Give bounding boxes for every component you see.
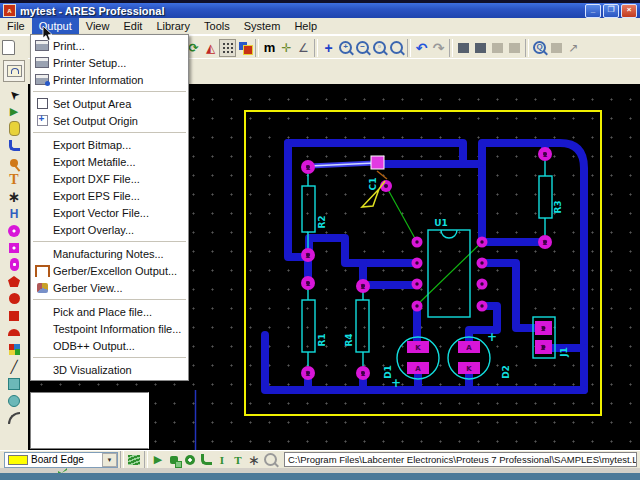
- pan-icon[interactable]: +: [320, 39, 337, 57]
- menu-tools[interactable]: Tools: [197, 18, 237, 34]
- flip-icon[interactable]: ◭: [202, 39, 219, 57]
- close-button[interactable]: ×: [621, 4, 637, 18]
- mouse-cursor: [42, 25, 54, 42]
- layers-icon[interactable]: [236, 39, 253, 57]
- svg-text:2: 2: [361, 283, 366, 291]
- padstack-tool[interactable]: [3, 341, 25, 358]
- gerber-output-icon: [34, 264, 50, 277]
- grid-toggle-icon[interactable]: [219, 39, 236, 57]
- menu-item-gerber-view[interactable]: Gerber View...: [31, 279, 188, 296]
- menu-system[interactable]: System: [237, 18, 288, 34]
- output-origin-icon: [34, 114, 50, 127]
- menu-item-export-eps[interactable]: Export EPS File...: [31, 187, 188, 204]
- mode-toolbar: ➤ ▶ T ∗ H ╱: [0, 58, 29, 450]
- menu-item-gerber-excellon-output[interactable]: Gerber/Excellon Output...: [31, 262, 188, 279]
- ratsnest-tool[interactable]: ∗: [3, 188, 25, 205]
- rect-smt-pad-tool[interactable]: [3, 307, 25, 324]
- svg-text:1: 1: [543, 151, 548, 159]
- undo-icon[interactable]: ↶: [413, 39, 430, 57]
- zoom-out-icon[interactable]: −: [354, 39, 371, 57]
- menu-output[interactable]: Output: [32, 18, 79, 34]
- pcb-label-d2: D2: [501, 365, 511, 379]
- ratsnest-filter-icon[interactable]: ∗: [246, 452, 262, 467]
- menu-item-printer-information[interactable]: Printer Information: [31, 71, 188, 88]
- box-tool[interactable]: [3, 375, 25, 392]
- redo-icon[interactable]: ↷: [430, 39, 447, 57]
- zoom-area-icon[interactable]: ▫: [371, 39, 388, 57]
- dimension-filter-icon[interactable]: I: [214, 452, 230, 467]
- metric-icon[interactable]: m: [261, 39, 278, 57]
- menu-edit[interactable]: Edit: [116, 18, 149, 34]
- menu-item-set-output-area[interactable]: Set Output Area: [31, 95, 188, 112]
- copy-icon[interactable]: [472, 39, 489, 57]
- menu-item-testpoint-information[interactable]: Testpoint Information file...: [31, 320, 188, 337]
- menu-item-export-vector[interactable]: Export Vector File...: [31, 204, 188, 221]
- dil-pad-tool[interactable]: [3, 256, 25, 273]
- menu-separator: [33, 132, 186, 133]
- measure-icon[interactable]: ↗: [565, 39, 582, 57]
- menu-view[interactable]: View: [79, 18, 117, 34]
- via-tool[interactable]: [3, 154, 25, 171]
- menu-item-3d-visualization[interactable]: 3D Visualization: [31, 361, 188, 378]
- ares-window: A mytest - ARES Professional _ ❐ × File …: [0, 0, 640, 480]
- menu-library[interactable]: Library: [149, 18, 197, 34]
- package-filter-icon[interactable]: [166, 452, 182, 467]
- minimize-button[interactable]: _: [585, 4, 601, 18]
- polygon-smt-pad-tool[interactable]: [3, 324, 25, 341]
- pcb-label-r2: R2: [317, 215, 327, 228]
- connectivity-tool[interactable]: H: [3, 205, 25, 222]
- menu-item-export-bitmap[interactable]: Export Bitmap...: [31, 136, 188, 153]
- menu-item-pick-and-place[interactable]: Pick and Place file...: [31, 303, 188, 320]
- new-page-icon[interactable]: [0, 39, 17, 57]
- square-pad-tool[interactable]: [3, 239, 25, 256]
- svg-text:2: 2: [306, 370, 311, 378]
- svg-text:A: A: [466, 344, 472, 352]
- svg-text:1: 1: [306, 164, 311, 172]
- search-tag-icon[interactable]: Q: [531, 39, 548, 57]
- circle-tool[interactable]: [3, 392, 25, 409]
- menu-item-set-output-origin[interactable]: Set Output Origin: [31, 112, 188, 129]
- component-filter-icon[interactable]: ▶: [150, 452, 166, 467]
- package-tool[interactable]: [3, 120, 25, 137]
- circle-smt-pad-tool[interactable]: [3, 290, 25, 307]
- menu-item-print[interactable]: Print...: [31, 37, 188, 54]
- menu-item-printer-setup[interactable]: Printer Setup...: [31, 54, 188, 71]
- icon-gutter: [34, 363, 50, 376]
- menu-item-export-dxf[interactable]: Export DXF File...: [31, 170, 188, 187]
- selected-trace[interactable]: [310, 163, 375, 166]
- component-tool[interactable]: ▶: [3, 103, 25, 120]
- icon-gutter: [34, 339, 50, 352]
- tag-filter-icon: [262, 452, 278, 467]
- cut-icon[interactable]: [455, 39, 472, 57]
- graphics-filter-icon[interactable]: T: [230, 452, 246, 467]
- menu-item-export-overlay[interactable]: Export Overlay...: [31, 221, 188, 238]
- component-edge-tool[interactable]: T: [3, 171, 25, 188]
- edge-pad-tool[interactable]: [3, 273, 25, 290]
- menu-item-export-metafile[interactable]: Export Metafile...: [31, 153, 188, 170]
- object-selector-panel[interactable]: [30, 392, 149, 449]
- zoom-all-icon[interactable]: [388, 39, 405, 57]
- chevron-down-icon[interactable]: ▼: [102, 453, 117, 467]
- titlebar[interactable]: A mytest - ARES Professional _ ❐ ×: [0, 3, 640, 18]
- layer-stack-icon[interactable]: [126, 452, 142, 467]
- menu-file[interactable]: File: [0, 18, 32, 34]
- tag-filter-icon: [548, 39, 565, 57]
- origin-icon[interactable]: ✛: [278, 39, 295, 57]
- menu-item-odb-output[interactable]: ODB++ Output...: [31, 337, 188, 354]
- trace-tool[interactable]: [3, 137, 25, 154]
- round-pad-tool[interactable]: [3, 222, 25, 239]
- svg-text:K: K: [466, 365, 472, 373]
- menu-item-manufacturing-notes[interactable]: Manufacturing Notes...: [31, 245, 188, 262]
- line-tool[interactable]: ╱: [3, 358, 25, 375]
- restore-button[interactable]: ❐: [603, 4, 619, 18]
- pad-filter-icon[interactable]: [182, 452, 198, 467]
- layer-selector[interactable]: Board Edge ▼: [4, 452, 118, 468]
- menu-help[interactable]: Help: [287, 18, 324, 34]
- snap-angle-icon[interactable]: ∠: [295, 39, 312, 57]
- zoom-in-icon[interactable]: +: [337, 39, 354, 57]
- selection-tool[interactable]: ➤: [3, 86, 25, 103]
- icon-gutter: [34, 189, 50, 202]
- trace-filter-icon[interactable]: [198, 452, 214, 467]
- package-mode-tool[interactable]: [3, 60, 25, 82]
- arc-tool[interactable]: [3, 409, 25, 426]
